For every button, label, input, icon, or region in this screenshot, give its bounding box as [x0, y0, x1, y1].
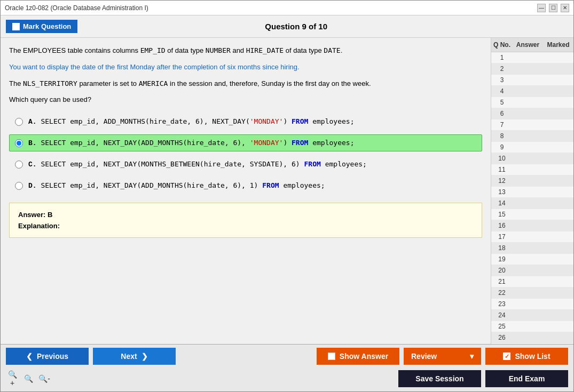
sidebar-cell-answer [513, 310, 543, 321]
bottom-buttons-row1: Previous Next Show Answer Review ▾ ✓ Sho… [1, 345, 573, 368]
end-exam-button[interactable]: End Exam [485, 370, 568, 387]
sidebar-row[interactable]: 5 [491, 97, 573, 108]
sidebar-cell-qno: 9 [491, 142, 513, 153]
sidebar-row[interactable]: 2 [491, 63, 573, 75]
sidebar-cell-marked [543, 175, 573, 186]
show-list-button[interactable]: ✓ Show List [485, 348, 568, 365]
sidebar-cell-answer [513, 287, 543, 298]
sidebar-header-answer: Answer [513, 40, 543, 50]
sidebar-cell-answer [513, 276, 543, 287]
sidebar-cell-qno: 23 [491, 299, 513, 309]
close-button[interactable]: ✕ [561, 4, 569, 12]
zoom-in-button[interactable]: 🔍+ [6, 372, 19, 385]
sidebar-cell-answer [513, 187, 543, 197]
sidebar-row[interactable]: 17 [491, 231, 573, 243]
window-title: Oracle 1z0-082 (Oracle Database Administ… [5, 4, 148, 12]
options-list: A. SELECT emp_id, ADD_MONTHS(hire_date, … [9, 113, 482, 194]
app-window: Oracle 1z0-082 (Oracle Database Administ… [0, 0, 574, 392]
sidebar-row[interactable]: 23 [491, 299, 573, 310]
sidebar-cell-qno: 25 [491, 321, 513, 332]
answer-label: Answer: B [18, 211, 473, 219]
option-b-radio[interactable] [15, 139, 23, 147]
show-answer-button[interactable]: Show Answer [317, 348, 399, 365]
mark-question-button[interactable]: Mark Question [6, 20, 77, 33]
sidebar-cell-marked [543, 187, 573, 197]
sidebar-row[interactable]: 18 [491, 243, 573, 254]
sidebar-row[interactable]: 6 [491, 108, 573, 119]
sidebar-row[interactable]: 11 [491, 164, 573, 175]
sidebar-cell-qno: 8 [491, 131, 513, 141]
mark-checkbox-icon [12, 23, 20, 30]
sidebar-cell-answer [513, 332, 543, 343]
bottom-buttons-row2: 🔍+ 🔍 🔍- Save Session End Exam [1, 368, 573, 391]
question-text-2: You want to display the date of the firs… [9, 62, 482, 73]
sidebar-cell-answer [513, 198, 543, 209]
sidebar-cell-marked [543, 108, 573, 119]
zoom-reset-button[interactable]: 🔍 [22, 372, 35, 385]
sidebar-cell-qno: 17 [491, 231, 513, 242]
sidebar-cell-marked [543, 310, 573, 321]
sidebar-row[interactable]: 9 [491, 142, 573, 153]
next-arrow-icon [140, 352, 148, 361]
sidebar-cell-qno: 12 [491, 175, 513, 186]
option-d-radio[interactable] [15, 182, 23, 190]
sidebar-cell-qno: 2 [491, 63, 513, 74]
sidebar-cell-qno: 13 [491, 187, 513, 197]
sidebar-cell-marked [543, 86, 573, 97]
sidebar-row[interactable]: 19 [491, 254, 573, 265]
option-b[interactable]: B. SELECT emp_id, NEXT_DAY(ADD_MONTHS(hi… [9, 134, 482, 151]
sidebar-row[interactable]: 16 [491, 220, 573, 231]
sidebar-cell-marked [543, 299, 573, 309]
zoom-controls: 🔍+ 🔍 🔍- [6, 372, 394, 385]
question-title: Question 9 of 10 [265, 22, 327, 31]
sidebar-row[interactable]: 10 [491, 153, 573, 164]
sidebar-cell-qno: 3 [491, 75, 513, 85]
sidebar-row[interactable]: 25 [491, 321, 573, 332]
option-d[interactable]: D. SELECT emp_id, NEXT_DAY(ADD_MONTHS(hi… [9, 177, 482, 194]
sidebar-row[interactable]: 3 [491, 75, 573, 86]
show-list-label: Show List [515, 352, 550, 361]
option-c[interactable]: C. SELECT emp_id, NEXT_DAY(MONTHS_BETWEE… [9, 156, 482, 173]
previous-button[interactable]: Previous [6, 348, 89, 365]
zoom-out-button[interactable]: 🔍- [38, 372, 51, 385]
sidebar-cell-qno: 11 [491, 164, 513, 175]
sidebar-cell-answer [513, 52, 543, 63]
main-content: The EMPLOYEES table contains columns EMP… [1, 38, 573, 344]
sidebar-cell-marked [543, 231, 573, 242]
sidebar-row[interactable]: 14 [491, 198, 573, 209]
sidebar-cell-marked [543, 131, 573, 141]
minimize-button[interactable]: — [537, 4, 546, 12]
maximize-button[interactable]: ☐ [549, 4, 557, 12]
sidebar-row[interactable]: 15 [491, 209, 573, 220]
sidebar-row[interactable]: 13 [491, 187, 573, 198]
sidebar-row[interactable]: 21 [491, 276, 573, 287]
sidebar-cell-qno: 1 [491, 52, 513, 63]
answer-box: Answer: B Explanation: [9, 203, 482, 238]
sidebar-cell-answer [513, 63, 543, 74]
sidebar-cell-qno: 14 [491, 198, 513, 209]
mark-question-label: Mark Question [23, 22, 71, 30]
sidebar-row[interactable]: 22 [491, 287, 573, 299]
sidebar-rows: 1 2 3 4 5 6 7 8 9 10 11 [491, 52, 573, 344]
review-button[interactable]: Review ▾ [404, 348, 481, 365]
sidebar-row[interactable]: 1 [491, 52, 573, 63]
sidebar-cell-answer [513, 243, 543, 253]
option-a[interactable]: A. SELECT emp_id, ADD_MONTHS(hire_date, … [9, 113, 482, 130]
sidebar-row[interactable]: 7 [491, 119, 573, 131]
option-c-radio[interactable] [15, 161, 23, 169]
sidebar-row[interactable]: 4 [491, 86, 573, 97]
sidebar-row[interactable]: 12 [491, 175, 573, 187]
save-session-button[interactable]: Save Session [398, 370, 481, 387]
sidebar-cell-answer [513, 119, 543, 130]
next-button[interactable]: Next [93, 348, 176, 365]
sidebar-header-qno: Q No. [491, 40, 513, 50]
sidebar-header-marked: Marked [543, 40, 573, 50]
sidebar-cell-qno: 19 [491, 254, 513, 265]
option-a-radio[interactable] [15, 118, 23, 126]
sidebar-row[interactable]: 24 [491, 310, 573, 321]
sidebar-row[interactable]: 20 [491, 265, 573, 276]
sidebar-cell-answer [513, 142, 543, 153]
sidebar-cell-qno: 20 [491, 265, 513, 276]
sidebar-row[interactable]: 8 [491, 131, 573, 142]
sidebar-row[interactable]: 26 [491, 332, 573, 343]
